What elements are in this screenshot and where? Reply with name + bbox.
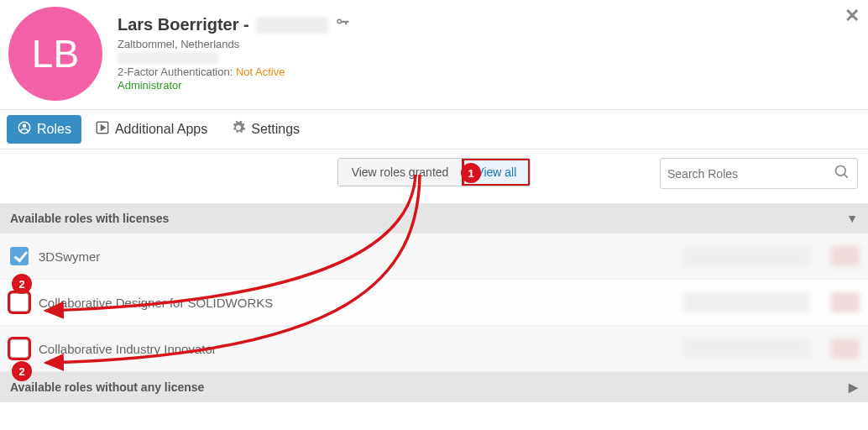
- tab-bar: Roles Additional Apps Settings: [0, 110, 868, 149]
- play-icon: [95, 120, 110, 139]
- role-row: Collaborative Industry Innovator: [0, 326, 868, 372]
- avatar: LB: [8, 7, 102, 101]
- tab-apps-label: Additional Apps: [115, 122, 207, 137]
- roles-toolbar: View roles granted View all 1: [0, 149, 868, 203]
- svg-line-4: [844, 175, 848, 178]
- tab-additional-apps[interactable]: Additional Apps: [85, 115, 217, 144]
- close-icon[interactable]: ✕: [844, 5, 860, 27]
- callout-badge-1: 1: [461, 163, 481, 183]
- chevron-right-icon: ▶: [849, 380, 858, 394]
- key-icon[interactable]: [335, 15, 350, 34]
- tfa-status: Not Active: [236, 66, 285, 78]
- svg-point-3: [836, 166, 846, 176]
- search-icon[interactable]: [834, 164, 850, 183]
- user-location: Zaltbommel, Netherlands: [118, 38, 350, 50]
- tab-roles[interactable]: Roles: [7, 115, 81, 144]
- section-title: Available roles without any license: [10, 380, 204, 394]
- redacted-block: [831, 338, 860, 359]
- redacted-block: [831, 246, 860, 266]
- redacted-block: [683, 292, 809, 312]
- user-name-row: Lars Boerrigter -: [118, 15, 350, 34]
- view-roles-granted-button[interactable]: View roles granted: [338, 159, 463, 186]
- view-toggle: View roles granted View all: [337, 158, 531, 186]
- role-row: 3DSwymer: [0, 233, 868, 280]
- callout-badge-2: 2: [12, 274, 32, 294]
- tab-roles-label: Roles: [37, 122, 71, 137]
- role-checkbox-collab-innovator[interactable]: [10, 339, 29, 358]
- section-available-with-licenses[interactable]: Available roles with licenses ▼: [0, 203, 868, 233]
- svg-point-1: [23, 124, 27, 128]
- two-factor-row: 2-Factor Authentication: Not Active: [118, 66, 350, 78]
- user-meta: Lars Boerrigter - Zaltbommel, Netherland…: [118, 7, 350, 92]
- admin-label: Administrator: [118, 79, 350, 92]
- search-input[interactable]: [667, 167, 834, 181]
- user-name: Lars Boerrigter -: [118, 15, 249, 34]
- redacted-block: [683, 338, 809, 359]
- redacted-block: [831, 292, 860, 312]
- chevron-down-icon: ▼: [846, 212, 858, 225]
- search-roles[interactable]: [660, 158, 858, 189]
- role-label: Collaborative Industry Innovator: [39, 342, 217, 356]
- tab-settings-label: Settings: [251, 122, 300, 137]
- roles-list: 3DSwymer Collaborative Designer for SOLI…: [0, 233, 868, 372]
- redacted-block: [683, 246, 809, 266]
- role-checkbox-collab-designer[interactable]: [10, 293, 29, 312]
- role-label: Collaborative Designer for SOLIDWORKS: [39, 296, 273, 310]
- tab-settings[interactable]: Settings: [221, 115, 310, 144]
- roles-icon: [17, 120, 32, 139]
- callout-badge-2b: 2: [12, 361, 32, 381]
- role-label: 3DSwymer: [39, 249, 100, 264]
- role-checkbox-3dswymer[interactable]: [10, 247, 29, 265]
- section-title: Available roles with licenses: [10, 212, 169, 225]
- gear-icon: [231, 120, 246, 139]
- redacted-block: [256, 17, 328, 34]
- section-available-without-licenses[interactable]: Available roles without any license ▶: [0, 372, 868, 402]
- redacted-block-small: [118, 52, 218, 64]
- user-header: LB Lars Boerrigter - Zaltbommel, Netherl…: [0, 0, 868, 109]
- tfa-label: 2-Factor Authentication:: [118, 66, 233, 78]
- role-row: Collaborative Designer for SOLIDWORKS: [0, 280, 868, 326]
